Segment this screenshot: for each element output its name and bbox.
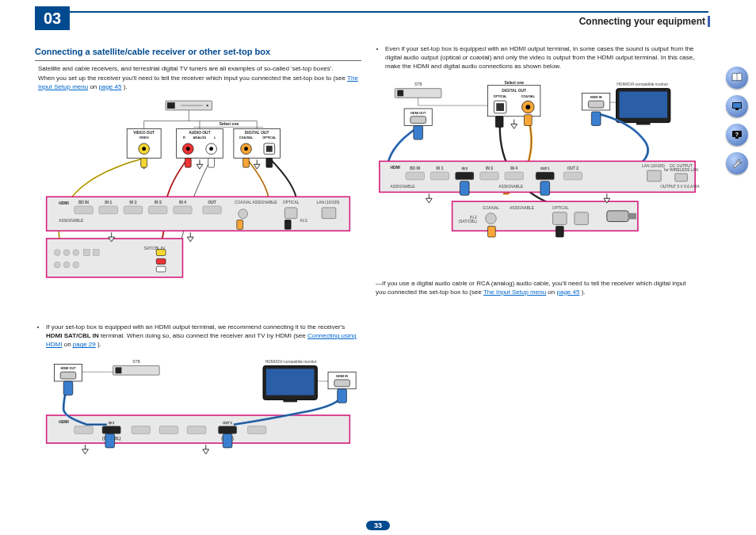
svg-rect-75 [74, 426, 93, 434]
svg-text:IN 4: IN 4 [179, 201, 186, 204]
diagram-stb-hdmi: STB HDMI OUT HDMI/DVI-compatible monitor… [35, 353, 361, 473]
side-icon-column: ? [726, 67, 748, 174]
svg-rect-122 [505, 172, 523, 180]
svg-rect-85 [247, 426, 265, 434]
svg-rect-54 [84, 250, 90, 256]
label-stb: STB [132, 359, 139, 363]
wrench-icon[interactable] [726, 152, 748, 174]
link-page-29[interactable]: page 29 [73, 341, 96, 348]
svg-rect-47 [237, 220, 243, 230]
label-hdmi-panel: HDMI [59, 201, 69, 205]
svg-rect-89 [223, 434, 232, 448]
header-rule [35, 11, 708, 13]
svg-text:OUT: OUT [208, 201, 216, 204]
svg-rect-106 [588, 101, 604, 108]
label-hdmi-in: HDMI IN [336, 374, 348, 378]
svg-rect-35 [149, 206, 167, 214]
label-hdmi-out: HDMI OUT [60, 366, 76, 370]
left-column: Connecting a satellite/cable receiver or… [35, 43, 361, 508]
svg-text:ASSIGNABLE: ASSIGNABLE [510, 205, 535, 209]
svg-point-56 [54, 262, 60, 268]
monitor-icon[interactable] [726, 95, 748, 117]
label-hdmi-panel-2: HDMI [59, 419, 69, 423]
label-digital-out-r: DIGITAL OUT [502, 88, 526, 92]
dash-note-c: ). [582, 289, 586, 296]
svg-rect-87 [105, 434, 115, 448]
svg-rect-48 [284, 220, 291, 230]
book-icon[interactable] [726, 67, 748, 89]
svg-rect-80 [159, 426, 178, 434]
label-video: VIDEO [139, 136, 149, 139]
dash-note: —If you use a digital audio cable or RCA… [376, 279, 697, 296]
svg-text:IN 1: IN 1 [437, 166, 444, 170]
svg-rect-23 [185, 158, 191, 167]
svg-rect-147 [733, 103, 741, 108]
svg-rect-96 [410, 116, 426, 123]
label-panel-coaxial-r: COAXIAL [483, 205, 499, 209]
svg-rect-82 [218, 426, 236, 434]
svg-rect-131 [460, 181, 469, 195]
svg-rect-1 [167, 102, 175, 109]
link-page-45-2[interactable]: page 45 [556, 289, 579, 296]
intro-text-2b: on [90, 83, 98, 90]
svg-rect-114 [406, 172, 424, 180]
bullet-list-right: Even if your set-top box is equipped wit… [385, 44, 699, 71]
dash-note-b: on [548, 289, 556, 296]
intro-text-1: Satellite and cable receivers, and terre… [38, 65, 333, 72]
svg-point-52 [63, 250, 70, 256]
svg-rect-65 [60, 372, 76, 379]
label-optical-r: OPTICAL [494, 94, 508, 98]
svg-point-41 [239, 209, 248, 219]
label-audio-out: AUDIO OUT [189, 131, 210, 135]
label-monitor-r: HDMI/DVI-compatible monitor [617, 82, 668, 86]
svg-rect-151 [735, 137, 739, 139]
svg-point-58 [73, 262, 79, 268]
label-hdmi-out-r: HDMI OUT [410, 110, 426, 114]
label-assignable: ASSIGNABLE [59, 218, 84, 222]
svg-rect-68 [266, 369, 315, 395]
bullet1-text-d: ). [97, 341, 101, 348]
bullet1-text-a: If your set-top box is equipped with an … [46, 323, 345, 331]
svg-rect-86 [63, 380, 73, 395]
svg-point-11 [142, 147, 146, 151]
svg-rect-139 [553, 212, 567, 224]
svg-text:IN 3: IN 3 [486, 166, 493, 170]
intro-paragraph: Satellite and cable receivers, and terre… [38, 64, 358, 91]
label-panel-coaxial: COAXIAL [235, 201, 251, 204]
svg-text:IN 2: IN 2 [462, 166, 468, 170]
svg-rect-37 [174, 206, 192, 214]
svg-rect-132 [540, 181, 550, 195]
svg-point-19 [244, 147, 248, 151]
label-video-out: VIDEO OUT [133, 131, 155, 135]
svg-text:IN 4: IN 4 [510, 166, 517, 170]
chapter-title-deco [708, 16, 710, 27]
bullet-hdmi-recommend: If your set-top box is equipped with an … [46, 323, 360, 350]
svg-rect-142 [556, 226, 563, 237]
svg-rect-33 [124, 206, 142, 214]
svg-rect-59 [156, 250, 166, 256]
svg-rect-71 [334, 380, 350, 387]
label-panel-hdmi-r: HDMI [391, 166, 401, 170]
svg-text:BD IN: BD IN [78, 201, 89, 204]
label-optical: OPTICAL [262, 136, 277, 139]
svg-text:IN 2: IN 2 [470, 215, 477, 219]
link-page-45[interactable]: page 45 [99, 83, 122, 90]
svg-rect-124 [536, 172, 554, 180]
label-coaxial: COAXIAL [239, 136, 254, 139]
label-lan-r: LAN (10/100) [642, 164, 665, 168]
svg-text:?: ? [735, 132, 739, 137]
svg-rect-99 [496, 103, 504, 111]
svg-rect-29 [74, 206, 93, 214]
svg-rect-31 [99, 206, 117, 214]
link-input-setup-menu-2[interactable]: The Input Setup menu [483, 289, 546, 296]
svg-rect-143 [607, 210, 628, 221]
svg-text:OUT 1: OUT 1 [223, 420, 232, 424]
svg-rect-140 [575, 212, 589, 224]
label-for-wireless: for WIRELESS LAN [664, 168, 699, 172]
svg-point-57 [63, 262, 70, 268]
help-icon[interactable]: ? [726, 124, 748, 146]
label-lan: LAN (10/100) [317, 201, 340, 204]
svg-rect-21 [266, 146, 273, 152]
svg-rect-69 [283, 399, 297, 402]
svg-text:IN 2: IN 2 [109, 420, 115, 424]
